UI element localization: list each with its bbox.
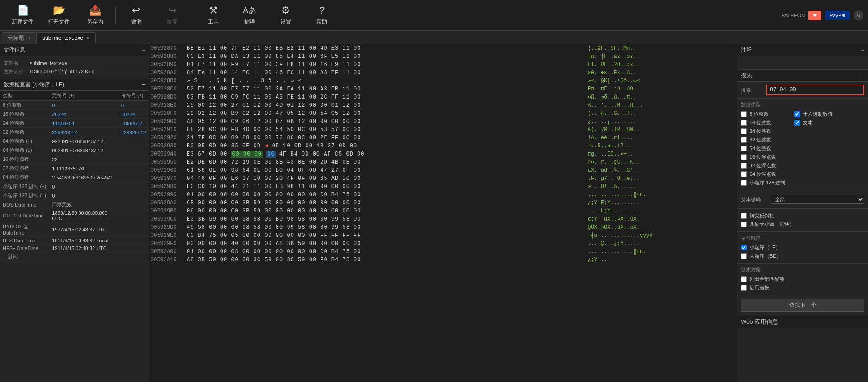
hex-addr: 00592920 <box>149 134 185 142</box>
di-table: 类型 无符号 (+) 有符号 (±) 8 位整数 0 0 16 位整数 2022… <box>0 91 149 261</box>
hex-bytes: 01 00 00 00 08 00 00 00 00 00 00 00 C0 B… <box>185 248 586 256</box>
hex-ascii: ΓΤ..ΩΓ..?θ..↕ε.. <box>586 61 737 69</box>
hex-row[interactable]: 00592960 61 58 0E 00 98 64 0E 00 B0 04 0… <box>149 166 737 174</box>
encoding-select[interactable]: 全部 <box>771 195 864 204</box>
dt-checkbox[interactable] <box>741 128 747 134</box>
hex-row[interactable]: 005928E0 25 00 12 00 27 01 12 00 4D 01 1… <box>149 101 737 109</box>
hex-row[interactable]: 00592A00 01 00 00 00 08 00 00 00 00 00 0… <box>149 248 737 256</box>
search-collapse[interactable]: – <box>861 71 864 80</box>
toolbar-btn-redo[interactable]: ↪ 恢复 <box>154 2 190 29</box>
translate-icon: Aあ <box>243 5 256 16</box>
hex-ascii: ..............╠┤u. <box>586 191 737 199</box>
hex-row[interactable]: 005929C0 E0 3B 59 00 60 98 58 00 B0 98 5… <box>149 215 737 223</box>
di-row: 二进制 <box>0 252 149 261</box>
toolbar-btn-undo[interactable]: ↩ 撤消 <box>118 2 154 29</box>
find-next-button[interactable]: 查找下一个 <box>741 299 864 312</box>
di-signed <box>118 245 149 252</box>
toolbar-btn-settings[interactable]: ⚙ 设置 <box>268 2 304 29</box>
tab-untitled[interactable]: 无标题 ✕ <box>2 32 37 44</box>
di-unsigned: 28 <box>49 155 118 164</box>
toolbar-btn-saveas[interactable]: 📤 另存为 <box>77 2 113 29</box>
hex-row[interactable]: 00592930 B0 05 0D 00 35 0E 0D ◄ 0D 10 0D… <box>149 142 737 150</box>
hex-row[interactable]: 00592880 CC E3 11 00 DA E3 11 00 85 E4 1… <box>149 52 737 61</box>
dt-checkbox[interactable] <box>741 146 747 151</box>
hex-row[interactable]: 00592920 21 7F 0C 00 89 88 0C 00 72 8C 0… <box>149 134 737 142</box>
hex-row[interactable]: 00592900 A8 05 12 00 C9 06 12 00 D7 0B 1… <box>149 118 737 126</box>
di-row: 24 位整数 11816704 -4960512 <box>0 119 149 128</box>
hex-row[interactable]: 005928D0 C3 FB 11 00 C9 FC 11 00 A3 FE 1… <box>149 93 737 101</box>
file-info-collapse[interactable]: – <box>142 47 145 53</box>
dt-checkbox[interactable] <box>741 154 747 160</box>
hex-row[interactable]: 005929D0 49 58 00 00 60 98 58 00 00 99 5… <box>149 223 737 231</box>
hex-row[interactable]: 005929B0 06 00 00 00 C0 3B 59 00 00 00 0… <box>149 207 737 215</box>
hex-ascii: ¦..ΩΓ..δΓ..Mn.. <box>586 44 737 52</box>
dt-checkbox[interactable] <box>794 120 800 126</box>
hex-addr: 00592890 <box>149 61 185 69</box>
dt-checkbox[interactable] <box>741 171 747 177</box>
hex-row[interactable]: 00592990 01 00 00 00 00 00 00 00 00 00 0… <box>149 191 737 199</box>
dt-checkbox[interactable] <box>741 137 747 143</box>
hex-row[interactable]: 005929F0 00 00 00 00 40 00 00 00 A8 3B 5… <box>149 240 737 248</box>
hex-row[interactable]: 00592950 E2 DE 0D 00 72 19 0E 00 8B 43 0… <box>149 158 737 166</box>
strategy-checkbox[interactable] <box>741 276 747 282</box>
tab-sublime-text-close[interactable]: ✕ <box>86 35 90 41</box>
toolbar-btn-new[interactable]: 📄 新建文件 <box>5 2 41 29</box>
help-icon: ? <box>319 5 325 16</box>
byteorder-checkbox[interactable] <box>741 253 747 259</box>
tab-sublime-text[interactable]: sublime_text.exe ✕ <box>37 32 96 44</box>
hex-row[interactable]: 00592940 E3 67 0D 00 00 00 00 00 4F B4 0… <box>149 150 737 158</box>
toolbar-btn-open[interactable]: 📂 打开文件 <box>41 2 77 29</box>
paypal-button[interactable]: PayPal <box>825 11 850 20</box>
dt-checkbox[interactable] <box>741 111 747 117</box>
search-input[interactable] <box>766 85 864 95</box>
comment-collapse[interactable]: – <box>861 47 864 53</box>
comment-title: 注释 <box>741 46 752 54</box>
dt-checkbox[interactable] <box>741 120 747 126</box>
hex-row[interactable]: 005928A0 84 EA 11 00 14 EC 11 00 46 EC 1… <box>149 69 737 77</box>
dt-checkbox-row: 16 位整数 <box>741 118 785 127</box>
di-unsigned: 日期无效 <box>49 200 118 209</box>
di-type: OLE 2.0 DateTime <box>0 209 49 222</box>
dt-checkbox[interactable] <box>741 163 747 169</box>
di-header-row: 类型 无符号 (+) 有符号 (±) <box>0 91 149 101</box>
web-info-title: Web 应用信息 <box>741 318 778 325</box>
strategy-checkbox[interactable] <box>741 285 747 291</box>
hex-row[interactable]: 00592A10 A8 3B 59 00 00 00 3C 59 00 3C 5… <box>149 256 737 264</box>
hex-row[interactable]: 00592980 EC CD 10 00 44 21 11 00 EB 98 1… <box>149 183 737 191</box>
open-file-label: 打开文件 <box>48 18 70 26</box>
dt-checkbox[interactable] <box>741 180 747 186</box>
option-checkbox[interactable] <box>741 222 747 227</box>
hex-row[interactable]: 00592870 BE E1 11 00 7F E2 11 00 EB E2 1… <box>149 44 737 52</box>
hex-row[interactable]: 00592890 D1 E7 11 00 F9 E7 11 00 3F E8 1… <box>149 61 737 69</box>
hex-row[interactable]: 005928F0 29 02 12 00 B9 02 12 00 47 05 1… <box>149 109 737 118</box>
dt-checkbox[interactable] <box>794 111 800 117</box>
hex-row[interactable]: 00592910 88 28 0C 00 FB 4D 0C 00 54 50 0… <box>149 126 737 134</box>
patreon-button[interactable]: ❤ <box>808 11 821 20</box>
toolbar-btn-help[interactable]: ? 帮助 <box>304 2 340 29</box>
hex-ascii: !∆..ëè..ri.... <box>586 134 737 142</box>
di-signed <box>118 137 149 146</box>
hex-row[interactable]: 005929E0 C0 B4 75 00 05 00 00 00 00 00 0… <box>149 231 737 240</box>
toolbar-btn-tools[interactable]: ⚒ 工具 <box>195 2 231 29</box>
tools-label: 工具 <box>208 18 219 26</box>
di-row: 64 位整数 (±) 9923917076698437 12 <box>0 146 149 155</box>
hex-row[interactable]: 00592970 04 46 0F 00 E6 37 10 00 20 4F 0… <box>149 174 737 183</box>
search-panel-header: 搜索 – <box>737 70 868 82</box>
hex-ascii: )...╣...G...T.. <box>586 109 737 118</box>
hex-row[interactable]: 005929A0 6B 00 00 00 C0 3B 59 00 00 00 0… <box>149 199 737 207</box>
byteorder-checkbox[interactable] <box>741 245 747 250</box>
hex-row[interactable]: 005928B0 ∞ S . . § K [ . . ± 3 ô . . ∞ ≤… <box>149 77 737 85</box>
option-checkbox[interactable] <box>741 213 747 219</box>
di-collapse[interactable]: – <box>142 81 145 89</box>
hex-row[interactable]: 005928C0 52 F7 11 00 F7 F7 11 00 3A FA 1… <box>149 85 737 93</box>
filesize-row: 文件大小 8,368,016 个字节 (8,172 KiB) <box>4 67 145 76</box>
hex-addr: 005929B0 <box>149 207 185 215</box>
di-unsigned: 0 <box>49 191 118 200</box>
hex-bytes: 52 F7 11 00 F7 F7 11 00 3A FA 11 00 A3 F… <box>185 85 586 93</box>
filename-value: sublime_text.exe <box>30 61 67 66</box>
hex-container[interactable]: 00592870 BE E1 11 00 7F E2 11 00 EB E2 1… <box>149 44 737 382</box>
redo-icon: ↪ <box>168 5 176 16</box>
toolbar-btn-translate[interactable]: Aあ 翻译 <box>231 2 268 29</box>
hex-addr: 00592880 <box>149 52 185 61</box>
tab-untitled-close[interactable]: ✕ <box>27 35 31 41</box>
